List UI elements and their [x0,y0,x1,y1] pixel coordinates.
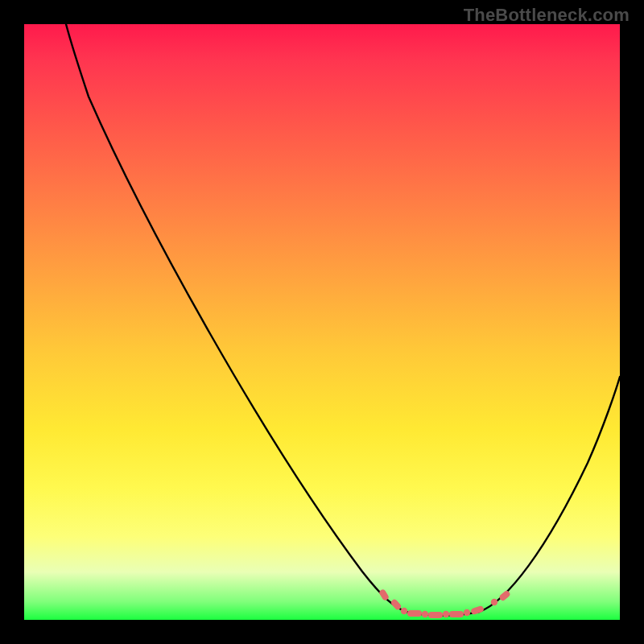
watermark-text: TheBottleneck.com [464,5,630,26]
highlight-markers [378,588,511,618]
svg-rect-3 [407,610,422,617]
svg-point-10 [491,599,497,605]
chart-frame: TheBottleneck.com [0,0,644,644]
svg-rect-11 [498,589,511,601]
svg-rect-5 [428,612,443,618]
plot-area [24,24,620,620]
svg-point-8 [464,609,470,616]
svg-point-6 [443,611,449,617]
svg-point-4 [422,611,428,617]
svg-rect-7 [449,611,464,617]
bottleneck-curve [24,24,620,620]
curve-left-limb [66,24,407,612]
curve-right-limb [479,377,620,612]
svg-point-2 [401,608,407,614]
svg-rect-9 [470,605,485,616]
